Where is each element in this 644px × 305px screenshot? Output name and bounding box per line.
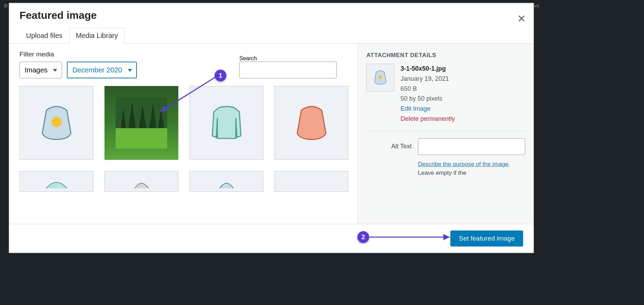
adminbar-wp-icon[interactable]: ⦿ — [3, 3, 8, 8]
featured-image-modal: Featured image ✕ Upload files Media Libr… — [9, 3, 534, 253]
filter-date-select[interactable]: December 2020 — [67, 62, 137, 78]
close-icon[interactable]: ✕ — [517, 14, 526, 24]
media-item-forest[interactable] — [104, 86, 178, 160]
alt-text-input[interactable] — [418, 138, 525, 155]
attachment-filename: 3-1-50x50-1.jpg — [401, 64, 455, 74]
modal-title: Featured image — [20, 9, 523, 21]
media-item-peek-2[interactable] — [104, 171, 178, 192]
modal-tabs: Upload files Media Library — [9, 21, 534, 44]
media-browser: Filter media Images December 2020 — [9, 44, 358, 224]
edit-image-link[interactable]: Edit Image — [401, 104, 455, 114]
attachment-filesize: 650 B — [401, 84, 455, 94]
modal-footer: Set featured image — [9, 224, 534, 253]
attachment-details-heading: ATTACHMENT DETAILS — [366, 52, 525, 59]
media-item-hoodie-red[interactable] — [274, 86, 348, 160]
alt-text-help: Describe the purpose of the image. Leave… — [418, 160, 525, 178]
media-item-peek-4[interactable] — [274, 171, 348, 192]
attachment-details-panel: ATTACHMENT DETAILS 3-1-50x50-1.jpg Janua… — [358, 44, 534, 224]
tab-upload-files[interactable]: Upload files — [20, 28, 69, 44]
annotation-callout-2: 2 — [357, 231, 369, 243]
tab-media-library[interactable]: Media Library — [69, 28, 125, 44]
svg-point-0 — [51, 117, 61, 127]
attachment-dimensions: 50 by 50 pixels — [401, 94, 455, 104]
media-item-longsleeve-teal[interactable] — [189, 86, 263, 160]
delete-permanently-link[interactable]: Delete permanently — [401, 114, 455, 124]
alt-text-help-link[interactable]: Describe the purpose of the image — [418, 161, 509, 167]
media-item-peek-1[interactable] — [20, 171, 93, 192]
alt-text-label: Alt Text — [366, 143, 412, 150]
svg-point-9 — [379, 76, 382, 79]
set-featured-image-button[interactable]: Set featured image — [450, 230, 523, 247]
filter-type-select[interactable]: Images — [20, 62, 62, 78]
search-label: Search — [239, 55, 257, 61]
search-input[interactable] — [239, 62, 337, 78]
media-grid — [20, 86, 347, 192]
attachment-date: January 19, 2021 — [401, 74, 455, 84]
filter-media-label: Filter media — [20, 50, 137, 58]
media-item-peek-3[interactable] — [189, 171, 263, 192]
divider — [366, 131, 525, 131]
attachment-thumbnail — [366, 64, 394, 92]
media-item-hoodie-blue[interactable] — [20, 86, 93, 160]
annotation-callout-1: 1 — [215, 70, 226, 81]
svg-rect-7 — [116, 128, 167, 149]
